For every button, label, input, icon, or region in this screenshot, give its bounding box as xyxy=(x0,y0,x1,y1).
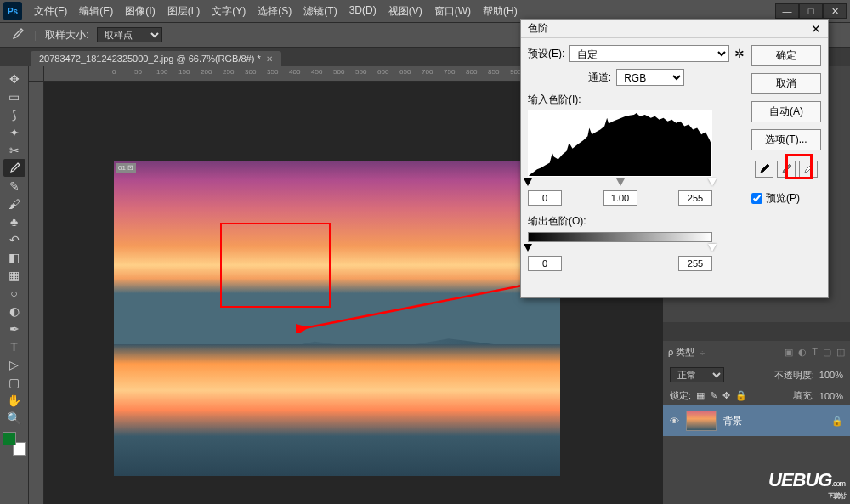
gray-point-slider[interactable] xyxy=(616,178,625,186)
black-eyedropper[interactable] xyxy=(755,161,774,178)
document-tab[interactable]: 20783472_181242325000_2.jpg @ 66.7%(RGB/… xyxy=(31,51,281,66)
layers-panel-tabs[interactable] xyxy=(663,322,850,341)
cancel-button[interactable]: 取消 xyxy=(751,73,821,94)
zoom-tool[interactable]: 🔍 xyxy=(3,409,26,427)
fill-label: 填充: xyxy=(793,389,814,402)
channel-label: 通道: xyxy=(588,71,611,85)
sample-size-select[interactable]: 取样点 xyxy=(97,27,162,42)
annotation-rectangle xyxy=(220,223,331,308)
lock-position-icon[interactable]: ✥ xyxy=(722,390,730,401)
lock-all-icon[interactable]: 🔒 xyxy=(735,390,747,401)
menu-file[interactable]: 文件(F) xyxy=(29,3,72,20)
layer-name[interactable]: 背景 xyxy=(723,415,742,428)
menu-filter[interactable]: 滤镜(T) xyxy=(298,3,342,20)
black-point-slider[interactable] xyxy=(524,178,532,186)
layer-filter-row: ρ 类型 ÷ ▣ ◐ T ▢ ◫ xyxy=(663,341,850,364)
filter-smart-icon[interactable]: ◫ xyxy=(836,347,845,358)
document-tab-title: 20783472_181242325000_2.jpg @ 66.7%(RGB/… xyxy=(39,54,261,64)
filter-shape-icon[interactable]: ▢ xyxy=(823,347,831,358)
layer-thumbnail[interactable] xyxy=(686,411,717,431)
dodge-tool[interactable]: ◐ xyxy=(3,302,26,320)
eraser-tool[interactable]: ◧ xyxy=(3,248,26,266)
preview-checkbox[interactable] xyxy=(751,193,762,204)
gradient-tool[interactable]: ▦ xyxy=(3,266,26,284)
output-slider[interactable] xyxy=(528,244,712,252)
watermark: UEBUG.com 下载站 xyxy=(768,469,845,501)
input-slider[interactable] xyxy=(528,178,712,187)
fill-value[interactable]: 100% xyxy=(819,391,843,401)
filter-adjust-icon[interactable]: ◐ xyxy=(798,347,807,358)
dialog-close-icon[interactable]: ✕ xyxy=(811,22,821,36)
move-tool[interactable]: ✥ xyxy=(3,70,26,88)
filter-type-icon[interactable]: T xyxy=(812,347,818,358)
document-image[interactable]: 01 ⊡ xyxy=(114,161,560,476)
filter-pixel-icon[interactable]: ▣ xyxy=(785,347,793,358)
output-black-slider[interactable] xyxy=(524,244,532,252)
menu-view[interactable]: 视图(V) xyxy=(383,3,428,20)
type-tool[interactable]: T xyxy=(3,337,26,355)
brush-tool[interactable]: 🖌 xyxy=(3,195,26,212)
close-button[interactable]: ✕ xyxy=(823,3,847,19)
visibility-icon[interactable]: 👁 xyxy=(670,416,679,426)
layer-row-background[interactable]: 👁 背景 🔒 xyxy=(663,405,850,436)
preset-label: 预设(E): xyxy=(528,47,564,61)
output-white-field[interactable] xyxy=(678,256,712,271)
input-white-field[interactable] xyxy=(678,190,712,206)
menu-type[interactable]: 文字(Y) xyxy=(207,3,251,20)
window-controls: — □ ✕ xyxy=(775,3,847,19)
sample-size-label: 取样大小: xyxy=(45,28,88,42)
filter-type-label[interactable]: ρ 类型 xyxy=(668,346,694,359)
blend-mode-select[interactable]: 正常 xyxy=(670,367,724,382)
menu-image[interactable]: 图像(I) xyxy=(120,3,160,20)
lasso-tool[interactable]: ⟆ xyxy=(3,105,26,123)
histogram[interactable] xyxy=(528,110,712,177)
preview-checkbox-row: 预览(P) xyxy=(751,191,821,206)
lock-icon: 🔒 xyxy=(831,416,843,427)
output-black-field[interactable] xyxy=(528,256,562,271)
output-gradient[interactable] xyxy=(528,232,712,242)
options-button[interactable]: 选项(T)... xyxy=(751,129,821,150)
preset-select[interactable]: 自定 xyxy=(570,45,729,62)
hand-tool[interactable]: ✋ xyxy=(3,391,26,409)
lock-brush-icon[interactable]: ✎ xyxy=(710,390,717,401)
auto-button[interactable]: 自动(A) xyxy=(751,101,821,122)
white-point-slider[interactable] xyxy=(708,178,717,186)
ok-button[interactable]: 确定 xyxy=(751,45,821,66)
healing-brush-tool[interactable]: ✎ xyxy=(3,177,26,195)
opacity-value[interactable]: 100% xyxy=(819,370,843,380)
foreground-color-swatch[interactable] xyxy=(3,432,16,445)
magic-wand-tool[interactable]: ✦ xyxy=(3,123,26,141)
menu-select[interactable]: 选择(S) xyxy=(252,3,297,20)
app-logo: Ps xyxy=(3,2,22,20)
preset-gear-icon[interactable]: ✲ xyxy=(734,47,745,60)
crop-tool[interactable]: ✂ xyxy=(3,141,26,159)
input-levels-label: 输入色阶(I): xyxy=(528,93,745,107)
pen-tool[interactable]: ✒ xyxy=(3,320,26,337)
menu-layer[interactable]: 图层(L) xyxy=(162,3,206,20)
menu-help[interactable]: 帮助(H) xyxy=(478,3,523,20)
path-select-tool[interactable]: ▷ xyxy=(3,355,26,373)
image-badge: 01 ⊡ xyxy=(116,163,136,173)
menu-edit[interactable]: 编辑(E) xyxy=(74,3,118,20)
lock-transparency-icon[interactable]: ▦ xyxy=(696,390,705,401)
dialog-titlebar[interactable]: 色阶 ✕ xyxy=(521,20,828,38)
menu-3d[interactable]: 3D(D) xyxy=(344,3,382,20)
levels-dialog: 色阶 ✕ 预设(E): 自定 ✲ 通道: RGB 输入色阶(I): xyxy=(520,19,829,298)
menu-window[interactable]: 窗口(W) xyxy=(429,3,476,20)
blend-mode-row: 正常 不透明度: 100% xyxy=(663,364,850,386)
maximize-button[interactable]: □ xyxy=(799,3,823,19)
input-black-field[interactable] xyxy=(528,190,562,206)
input-gamma-field[interactable] xyxy=(604,190,638,206)
rectangle-tool[interactable]: ▢ xyxy=(3,373,26,391)
main-menu: 文件(F) 编辑(E) 图像(I) 图层(L) 文字(Y) 选择(S) 滤镜(T… xyxy=(29,3,523,20)
channel-select[interactable]: RGB xyxy=(616,69,684,86)
tab-close-icon[interactable]: ✕ xyxy=(266,54,273,64)
history-brush-tool[interactable]: ↶ xyxy=(3,230,26,248)
clone-stamp-tool[interactable]: ♣ xyxy=(3,212,26,230)
blur-tool[interactable]: ○ xyxy=(3,284,26,302)
output-white-slider[interactable] xyxy=(708,244,717,252)
eyedropper-tool[interactable] xyxy=(3,159,26,177)
marquee-tool[interactable]: ▭ xyxy=(3,88,26,105)
minimize-button[interactable]: — xyxy=(775,3,799,19)
color-swatches[interactable] xyxy=(3,432,26,456)
